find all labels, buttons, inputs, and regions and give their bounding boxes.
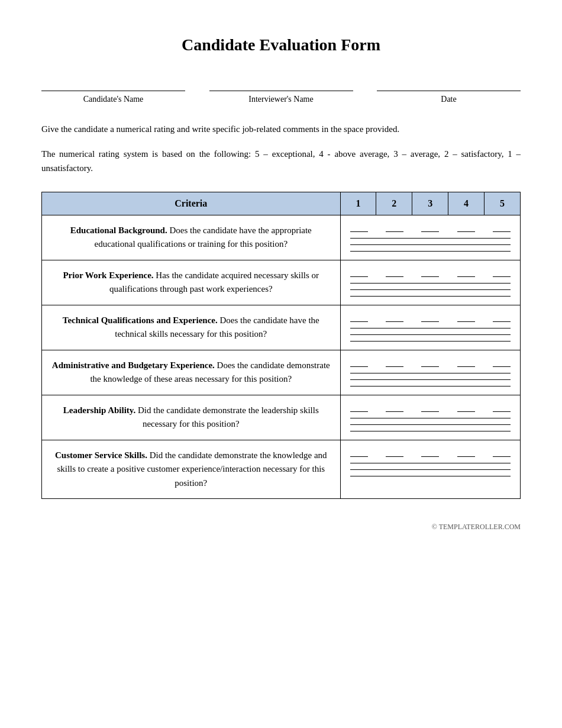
blanks-row-3 [350, 356, 511, 367]
comment-line-1-2 [350, 328, 511, 328]
blank-5-1 [493, 266, 511, 277]
comment-line-3-5 [350, 476, 511, 476]
footer: © TEMPLATEROLLER.COM [41, 523, 521, 531]
table-row: Educational Background. Does the candida… [42, 215, 521, 260]
comment-line-2-2 [350, 334, 511, 335]
rating-comments-cell-2 [340, 305, 520, 350]
blank-5-2 [493, 311, 511, 322]
date-field: Date [377, 78, 521, 104]
blank-1-1 [350, 266, 368, 277]
interviewer-name-line [209, 78, 353, 91]
blank-2-1 [386, 266, 403, 277]
col3-header: 3 [412, 192, 448, 215]
criteria-cell-3: Administrative and Budgetary Experience.… [42, 350, 341, 395]
interviewer-name-label: Interviewer's Name [248, 95, 313, 104]
blank-2-5 [386, 446, 403, 457]
comment-line-1-4 [350, 418, 511, 418]
comment-line-2-4 [350, 424, 511, 425]
page-title: Candidate Evaluation Form [41, 36, 521, 54]
table-row: Customer Service Skills. Did the candida… [42, 440, 521, 499]
table-header-row: Criteria 1 2 3 4 5 [42, 192, 521, 215]
comment-line-2-5 [350, 469, 511, 470]
criteria-title-2: Technical Qualifications and Experience. [63, 315, 218, 325]
table-row: Prior Work Experience. Has the candidate… [42, 260, 521, 305]
blanks-row-4 [350, 401, 511, 412]
comment-line-2-0 [350, 244, 511, 245]
comment-line-1-5 [350, 463, 511, 463]
blank-4-4 [457, 401, 475, 412]
blank-1-0 [350, 221, 368, 232]
rating-scale-text: The numerical rating system is based on … [41, 147, 521, 175]
col2-header: 2 [376, 192, 412, 215]
rating-comments-cell-1 [340, 260, 520, 305]
criteria-title-4: Leadership Ability. [63, 405, 136, 415]
blank-5-5 [493, 446, 511, 457]
blank-1-5 [350, 446, 368, 457]
criteria-cell-0: Educational Background. Does the candida… [42, 215, 341, 260]
blank-1-2 [350, 311, 368, 322]
blank-5-3 [493, 356, 511, 367]
criteria-title-1: Prior Work Experience. [63, 270, 153, 280]
candidate-name-line [41, 78, 185, 91]
blanks-row-1 [350, 266, 511, 277]
comment-line-3-0 [350, 251, 511, 252]
instructions-text: Give the candidate a numerical rating an… [41, 122, 521, 136]
blanks-row-2 [350, 311, 511, 322]
col5-header: 5 [485, 192, 521, 215]
table-row: Technical Qualifications and Experience.… [42, 305, 521, 350]
blank-4-0 [457, 221, 475, 232]
criteria-cell-2: Technical Qualifications and Experience.… [42, 305, 341, 350]
rating-comments-cell-0 [340, 215, 520, 260]
blank-3-2 [421, 311, 439, 322]
comment-line-1-0 [350, 238, 511, 239]
date-line [377, 78, 521, 91]
blank-4-3 [457, 356, 475, 367]
blank-2-3 [386, 356, 403, 367]
evaluation-table: Criteria 1 2 3 4 5 Educational Backgroun… [41, 192, 521, 499]
comment-line-3-2 [350, 341, 511, 342]
blank-3-5 [421, 446, 439, 457]
interviewer-name-field: Interviewer's Name [209, 78, 353, 104]
blank-4-2 [457, 311, 475, 322]
blank-5-0 [493, 221, 511, 232]
comment-line-1-3 [350, 373, 511, 373]
comment-line-3-1 [350, 296, 511, 297]
date-label: Date [441, 95, 456, 104]
blank-2-0 [386, 221, 403, 232]
blank-3-3 [421, 356, 439, 367]
header-fields: Candidate's Name Interviewer's Name Date [41, 78, 521, 104]
criteria-title-0: Educational Background. [70, 226, 167, 235]
criteria-header: Criteria [42, 192, 341, 215]
blank-2-4 [386, 401, 403, 412]
criteria-title-5: Customer Service Skills. [55, 450, 147, 460]
comment-line-3-3 [350, 386, 511, 386]
blank-4-5 [457, 446, 475, 457]
criteria-cell-4: Leadership Ability. Did the candidate de… [42, 395, 341, 440]
blank-5-4 [493, 401, 511, 412]
candidate-name-label: Candidate's Name [83, 95, 144, 104]
table-row: Administrative and Budgetary Experience.… [42, 350, 521, 395]
table-row: Leadership Ability. Did the candidate de… [42, 395, 521, 440]
comment-line-3-4 [350, 431, 511, 431]
blank-3-4 [421, 401, 439, 412]
blank-1-3 [350, 356, 368, 367]
rating-comments-cell-3 [340, 350, 520, 395]
blank-3-0 [421, 221, 439, 232]
candidate-name-field: Candidate's Name [41, 78, 185, 104]
comment-line-2-1 [350, 289, 511, 290]
criteria-cell-5: Customer Service Skills. Did the candida… [42, 440, 341, 499]
blank-3-1 [421, 266, 439, 277]
criteria-cell-1: Prior Work Experience. Has the candidate… [42, 260, 341, 305]
blank-1-4 [350, 401, 368, 412]
blank-2-2 [386, 311, 403, 322]
col4-header: 4 [448, 192, 485, 215]
blank-4-1 [457, 266, 475, 277]
rating-comments-cell-5 [340, 440, 520, 499]
rating-comments-cell-4 [340, 395, 520, 440]
blanks-row-5 [350, 446, 511, 457]
comment-line-1-1 [350, 283, 511, 284]
criteria-title-3: Administrative and Budgetary Experience. [52, 360, 215, 370]
blanks-row-0 [350, 221, 511, 232]
col1-header: 1 [340, 192, 376, 215]
comment-line-2-3 [350, 379, 511, 380]
